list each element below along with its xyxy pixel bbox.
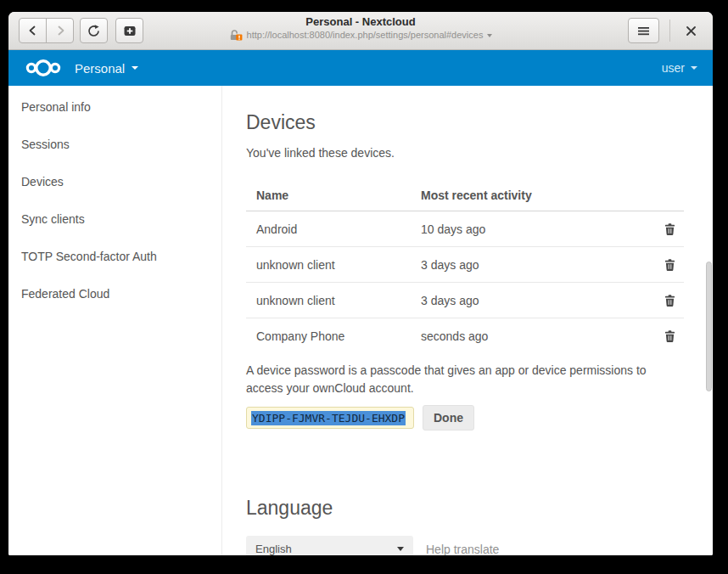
devices-description: You've linked these devices. — [246, 146, 687, 160]
sidebar-item-label: TOTP Second-factor Auth — [21, 250, 157, 263]
page-title: Personal - Nextcloud — [8, 14, 713, 29]
titlebar-separator — [669, 20, 670, 42]
forward-button[interactable] — [46, 18, 74, 43]
trash-icon — [664, 222, 676, 236]
delete-device-button[interactable] — [662, 256, 678, 273]
settings-sidebar: Personal info Sessions Devices Sync clie… — [8, 86, 222, 555]
language-row: English Help translate — [246, 536, 687, 555]
devices-title: Devices — [246, 111, 687, 134]
devices-section: Devices You've linked these devices. Nam… — [222, 86, 713, 555]
app-menu-label: Personal — [75, 61, 125, 76]
close-button[interactable] — [680, 20, 701, 41]
device-password-value: YDIPP-FJMVR-TEJDU-EHXDP — [251, 411, 406, 425]
device-activity: 3 days ago — [421, 294, 655, 307]
new-tab-button[interactable] — [115, 18, 143, 43]
app-menu-caret-icon — [132, 66, 138, 70]
browser-window: Personal - Nextcloud http://localhost:80… — [8, 12, 713, 555]
nav-button-group — [19, 18, 74, 43]
sidebar-item-label: Devices — [21, 175, 64, 189]
reload-button[interactable] — [80, 18, 108, 43]
lock-warning-icon — [229, 29, 243, 42]
sidebar-item-totp[interactable]: TOTP Second-factor Auth — [8, 238, 221, 275]
column-header-activity: Most recent activity — [421, 189, 655, 202]
titlebar-right — [628, 18, 701, 43]
sidebar-item-personal-info[interactable]: Personal info — [8, 88, 221, 126]
device-activity: seconds ago — [421, 329, 655, 343]
delete-device-button[interactable] — [662, 328, 678, 345]
user-menu-label: user — [662, 61, 685, 75]
reload-icon — [87, 24, 101, 38]
devices-table: Name Most recent activity Android 10 day… — [246, 180, 684, 353]
trash-icon — [664, 329, 676, 343]
sidebar-item-label: Personal info — [21, 100, 91, 114]
browser-titlebar: Personal - Nextcloud http://localhost:80… — [8, 12, 713, 50]
sidebar-item-label: Sync clients — [21, 212, 85, 226]
hamburger-icon — [637, 25, 650, 37]
trash-icon — [664, 258, 676, 272]
sidebar-item-federated-cloud[interactable]: Federated Cloud — [8, 275, 221, 312]
device-row: Company Phone seconds ago — [246, 318, 684, 353]
device-name: unknown client — [246, 294, 421, 307]
help-translate-link[interactable]: Help translate — [426, 543, 499, 556]
device-activity: 3 days ago — [421, 258, 655, 272]
device-password-row: YDIPP-FJMVR-TEJDU-EHXDP Done — [246, 405, 687, 430]
user-menu[interactable]: user — [662, 61, 697, 75]
device-row: unknown client 3 days ago — [246, 246, 684, 282]
menu-button[interactable] — [628, 18, 659, 43]
user-menu-caret-icon — [691, 66, 697, 70]
url-dropdown-caret-icon — [487, 34, 492, 37]
device-row: unknown client 3 days ago — [246, 282, 684, 318]
device-activity: 10 days ago — [421, 222, 655, 236]
back-icon — [26, 24, 40, 37]
settings-page: Personal info Sessions Devices Sync clie… — [8, 86, 713, 555]
select-caret-icon — [397, 547, 404, 551]
url-text: http://localhost:8080/index.php/settings… — [247, 29, 484, 42]
language-title: Language — [246, 497, 687, 520]
sidebar-item-devices[interactable]: Devices — [8, 163, 221, 200]
device-password-note: A device password is a passcode that giv… — [246, 362, 670, 397]
back-button[interactable] — [19, 18, 47, 43]
delete-device-button[interactable] — [662, 221, 678, 238]
device-row: Android 10 days ago — [246, 211, 684, 246]
device-name: Company Phone — [246, 329, 421, 343]
device-password-input[interactable]: YDIPP-FJMVR-TEJDU-EHXDP — [246, 407, 414, 429]
language-select[interactable]: English — [246, 536, 413, 555]
close-icon — [686, 25, 697, 37]
column-header-name: Name — [246, 189, 421, 202]
titlebar-center: Personal - Nextcloud http://localhost:80… — [8, 14, 713, 45]
device-name: unknown client — [246, 258, 421, 272]
sidebar-item-sessions[interactable]: Sessions — [8, 126, 221, 163]
done-button[interactable]: Done — [423, 405, 474, 430]
app-menu[interactable]: Personal — [24, 57, 138, 79]
scrollbar-thumb[interactable] — [706, 262, 712, 391]
forward-icon — [53, 24, 67, 37]
nextcloud-logo — [24, 57, 63, 79]
trash-icon — [664, 294, 676, 307]
sidebar-item-sync-clients[interactable]: Sync clients — [8, 200, 221, 238]
url-bar[interactable]: http://localhost:8080/index.php/settings… — [229, 29, 493, 42]
new-tab-icon — [123, 25, 137, 37]
language-selected-value: English — [255, 543, 292, 555]
sidebar-item-label: Sessions — [21, 138, 70, 151]
device-name: Android — [246, 222, 421, 236]
delete-device-button[interactable] — [662, 292, 678, 309]
devices-table-header: Name Most recent activity — [246, 180, 684, 211]
sidebar-item-label: Federated Cloud — [21, 287, 109, 301]
nextcloud-header: Personal user — [8, 50, 713, 86]
